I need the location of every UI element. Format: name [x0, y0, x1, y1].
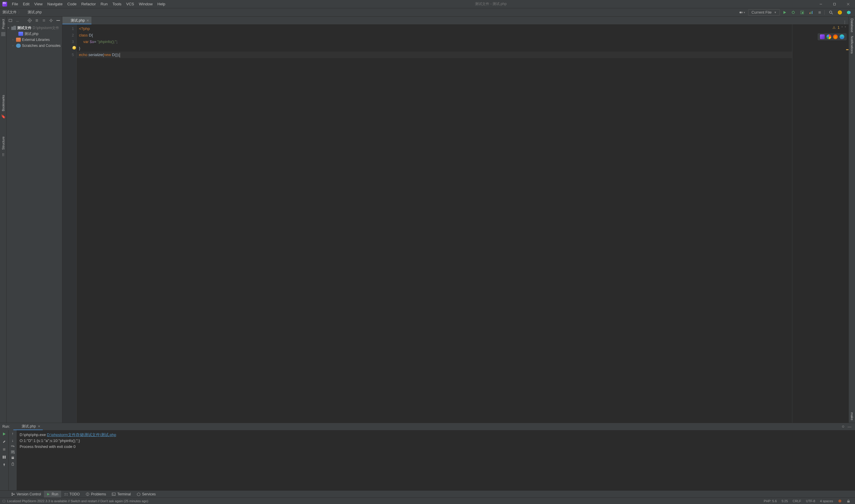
services-icon [137, 492, 140, 496]
left-tool-tabs: Project [0, 17, 6, 423]
firefox-icon[interactable] [833, 34, 838, 39]
console-exit: Process finished with exit code 0 [20, 444, 852, 450]
menu-view[interactable]: View [32, 0, 45, 8]
ide-update-icon[interactable]: ↑ [836, 9, 844, 16]
scroll-up-icon[interactable]: ↑ [12, 431, 14, 436]
minimize-button[interactable] [814, 0, 828, 8]
tree-external-libs[interactable]: › External Libraries [6, 37, 62, 43]
pin-icon[interactable] [1, 462, 7, 468]
status-indent[interactable]: 4 spaces [818, 499, 835, 503]
warning-marker[interactable] [846, 49, 849, 50]
close-tab-icon[interactable]: ✕ [86, 19, 89, 22]
tab-run[interactable]: Run [44, 491, 61, 498]
status-inspection-icon[interactable] [835, 499, 844, 503]
status-caret-pos[interactable]: 5:25 [779, 499, 790, 503]
tab-notifications[interactable]: Notifications [850, 36, 854, 54]
modify-run-icon[interactable] [1, 439, 7, 444]
rerun-icon[interactable] [1, 431, 7, 437]
stop-icon[interactable] [1, 447, 7, 452]
jetbrains-toolbox-icon[interactable] [845, 9, 853, 16]
menu-file[interactable]: File [10, 0, 20, 8]
menu-tools[interactable]: Tools [110, 0, 124, 8]
search-everywhere-icon[interactable] [827, 9, 835, 16]
status-message[interactable]: Localized PhpStorm 2022.3.3 is available… [7, 499, 148, 503]
settings-icon[interactable] [48, 18, 54, 23]
scroll-down-icon[interactable]: ↓ [12, 438, 14, 443]
run-settings-icon[interactable] [840, 425, 847, 429]
code-area[interactable]: <?php class D{ var $a= "phpinfo();"; } e… [76, 24, 792, 423]
project-tree[interactable]: ▾ 测试文件 D:\phpstorm文件 测试.php › External L… [6, 24, 62, 423]
tree-file-1[interactable]: 测试.php [6, 31, 62, 37]
locate-icon[interactable] [27, 18, 32, 23]
prev-highlight-icon[interactable]: ˄ [841, 26, 843, 29]
status-icon[interactable]: ▢ [2, 499, 5, 503]
hide-panel-icon[interactable] [55, 18, 61, 23]
menu-edit[interactable]: Edit [20, 0, 32, 8]
project-icon[interactable] [1, 32, 5, 36]
tab-bookmarks[interactable]: Bookmarks [1, 95, 5, 111]
tab-make[interactable]: make [850, 412, 854, 420]
tab-structure[interactable]: Structure [1, 137, 5, 150]
coverage-button[interactable] [798, 9, 806, 16]
menu-navigate[interactable]: Navigate [45, 0, 65, 8]
menu-refactor[interactable]: Refactor [79, 0, 98, 8]
layout-icon[interactable] [1, 454, 7, 460]
edge-icon[interactable] [840, 34, 844, 39]
next-highlight-icon[interactable]: ˅ [844, 26, 846, 29]
editor-tab-active[interactable]: 测试.php ✕ [62, 17, 91, 24]
tab-version-control[interactable]: Version Control [8, 491, 44, 498]
chrome-icon[interactable] [826, 34, 831, 39]
tab-problems[interactable]: Problems [83, 491, 109, 498]
tab-services[interactable]: Services [134, 491, 159, 498]
console-file-link[interactable]: D:\phpstorm文件存储\测试文件\测试.php [47, 432, 116, 437]
maximize-button[interactable] [828, 0, 841, 8]
menu-run[interactable]: Run [98, 0, 110, 8]
collapse-all-icon[interactable] [41, 18, 47, 23]
close-run-tab-icon[interactable]: ✕ [38, 425, 40, 428]
run-button[interactable] [781, 9, 788, 16]
tab-project[interactable]: Project [1, 19, 5, 29]
menu-help[interactable]: Help [155, 0, 168, 8]
close-button[interactable] [841, 0, 855, 8]
svg-rect-44 [12, 456, 14, 457]
status-encoding[interactable]: UTF-8 [804, 499, 818, 503]
status-lock-icon[interactable] [844, 499, 853, 503]
profile-button[interactable] [807, 9, 815, 16]
clear-icon[interactable] [11, 462, 15, 466]
tab-actions-icon[interactable]: ⋮ [841, 20, 849, 24]
tab-terminal[interactable]: Terminal [109, 491, 134, 498]
run-console[interactable]: D:\php\php.exe D:\phpstorm文件存储\测试文件\测试.p… [17, 430, 855, 490]
phpstorm-preview-icon[interactable] [820, 34, 825, 39]
error-stripe[interactable] [792, 40, 849, 423]
right-tool-tabs: Database Notifications make [849, 17, 855, 423]
todo-icon [64, 493, 68, 496]
intention-bulb-icon[interactable] [72, 46, 76, 50]
tab-database[interactable]: Database [850, 18, 854, 32]
tree-scratches[interactable]: › Scratches and Consoles [6, 43, 62, 49]
debug-button[interactable] [789, 9, 797, 16]
tree-root[interactable]: ▾ 测试文件 D:\phpstorm文件 [6, 25, 62, 31]
menu-vcs[interactable]: VCS [124, 0, 137, 8]
scroll-to-end-icon[interactable] [11, 450, 15, 454]
select-opened-file-icon[interactable] [8, 18, 13, 23]
project-view-label[interactable]: ... [15, 18, 20, 23]
breadcrumb-root[interactable]: 测试文件 [2, 10, 17, 15]
status-line-ending[interactable]: CRLF [790, 499, 804, 503]
editor[interactable]: 12345 <?php class D{ var $a= "phpinfo();… [62, 24, 849, 423]
expand-all-icon[interactable] [34, 18, 39, 23]
soft-wrap-icon[interactable] [11, 445, 15, 448]
breadcrumb-file[interactable]: 测试.php [28, 10, 41, 15]
run-config-dropdown[interactable]: Current File ▼ [748, 9, 780, 16]
run-label: Run: [2, 425, 10, 429]
inspections-widget[interactable]: ⚠ 1 ˄ ˅ [792, 24, 849, 31]
stop-button[interactable] [816, 9, 823, 16]
status-php[interactable]: PHP: 5.6 [762, 499, 779, 503]
statusbar: ▢ Localized PhpStorm 2022.3.3 is availab… [0, 498, 855, 504]
print-icon[interactable] [11, 456, 15, 460]
code-with-me-icon[interactable]: ▾ [737, 9, 747, 16]
hide-run-panel-icon[interactable]: — [847, 425, 853, 429]
tab-todo[interactable]: TODO [61, 491, 83, 498]
run-tab[interactable]: 测试.php ✕ [13, 423, 42, 430]
menu-window[interactable]: Window [137, 0, 155, 8]
menu-code[interactable]: Code [65, 0, 79, 8]
